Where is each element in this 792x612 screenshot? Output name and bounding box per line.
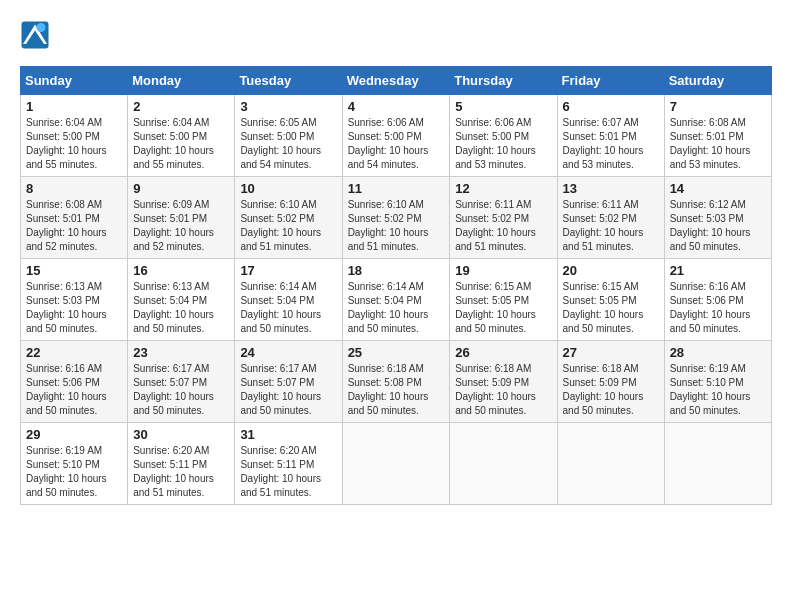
day-info: Sunrise: 6:06 AM Sunset: 5:00 PM Dayligh… <box>455 116 551 172</box>
day-info: Sunrise: 6:14 AM Sunset: 5:04 PM Dayligh… <box>348 280 445 336</box>
page-header <box>20 20 772 50</box>
day-info: Sunrise: 6:19 AM Sunset: 5:10 PM Dayligh… <box>26 444 122 500</box>
calendar-cell: 16 Sunrise: 6:13 AM Sunset: 5:04 PM Dayl… <box>128 259 235 341</box>
day-info: Sunrise: 6:20 AM Sunset: 5:11 PM Dayligh… <box>240 444 336 500</box>
calendar-cell: 25 Sunrise: 6:18 AM Sunset: 5:08 PM Dayl… <box>342 341 450 423</box>
day-info: Sunrise: 6:04 AM Sunset: 5:00 PM Dayligh… <box>26 116 122 172</box>
weekday-header: Tuesday <box>235 67 342 95</box>
logo <box>20 20 54 50</box>
calendar-cell: 2 Sunrise: 6:04 AM Sunset: 5:00 PM Dayli… <box>128 95 235 177</box>
day-info: Sunrise: 6:18 AM Sunset: 5:09 PM Dayligh… <box>455 362 551 418</box>
day-info: Sunrise: 6:19 AM Sunset: 5:10 PM Dayligh… <box>670 362 766 418</box>
day-number: 22 <box>26 345 122 360</box>
weekday-header: Wednesday <box>342 67 450 95</box>
day-number: 17 <box>240 263 336 278</box>
calendar-week-row: 8 Sunrise: 6:08 AM Sunset: 5:01 PM Dayli… <box>21 177 772 259</box>
day-info: Sunrise: 6:08 AM Sunset: 5:01 PM Dayligh… <box>26 198 122 254</box>
calendar-week-row: 1 Sunrise: 6:04 AM Sunset: 5:00 PM Dayli… <box>21 95 772 177</box>
day-info: Sunrise: 6:08 AM Sunset: 5:01 PM Dayligh… <box>670 116 766 172</box>
day-info: Sunrise: 6:07 AM Sunset: 5:01 PM Dayligh… <box>563 116 659 172</box>
day-info: Sunrise: 6:06 AM Sunset: 5:00 PM Dayligh… <box>348 116 445 172</box>
calendar-cell: 8 Sunrise: 6:08 AM Sunset: 5:01 PM Dayli… <box>21 177 128 259</box>
day-number: 15 <box>26 263 122 278</box>
day-info: Sunrise: 6:14 AM Sunset: 5:04 PM Dayligh… <box>240 280 336 336</box>
calendar-cell: 30 Sunrise: 6:20 AM Sunset: 5:11 PM Dayl… <box>128 423 235 505</box>
calendar-week-row: 22 Sunrise: 6:16 AM Sunset: 5:06 PM Dayl… <box>21 341 772 423</box>
day-number: 31 <box>240 427 336 442</box>
calendar-cell: 20 Sunrise: 6:15 AM Sunset: 5:05 PM Dayl… <box>557 259 664 341</box>
day-info: Sunrise: 6:15 AM Sunset: 5:05 PM Dayligh… <box>455 280 551 336</box>
calendar-cell: 23 Sunrise: 6:17 AM Sunset: 5:07 PM Dayl… <box>128 341 235 423</box>
day-info: Sunrise: 6:13 AM Sunset: 5:04 PM Dayligh… <box>133 280 229 336</box>
calendar-week-row: 29 Sunrise: 6:19 AM Sunset: 5:10 PM Dayl… <box>21 423 772 505</box>
day-info: Sunrise: 6:11 AM Sunset: 5:02 PM Dayligh… <box>455 198 551 254</box>
day-info: Sunrise: 6:11 AM Sunset: 5:02 PM Dayligh… <box>563 198 659 254</box>
calendar-cell: 29 Sunrise: 6:19 AM Sunset: 5:10 PM Dayl… <box>21 423 128 505</box>
day-number: 14 <box>670 181 766 196</box>
day-number: 3 <box>240 99 336 114</box>
day-number: 30 <box>133 427 229 442</box>
calendar-cell: 13 Sunrise: 6:11 AM Sunset: 5:02 PM Dayl… <box>557 177 664 259</box>
day-info: Sunrise: 6:10 AM Sunset: 5:02 PM Dayligh… <box>240 198 336 254</box>
day-number: 19 <box>455 263 551 278</box>
svg-point-3 <box>37 23 46 32</box>
day-info: Sunrise: 6:05 AM Sunset: 5:00 PM Dayligh… <box>240 116 336 172</box>
calendar-cell: 14 Sunrise: 6:12 AM Sunset: 5:03 PM Dayl… <box>664 177 771 259</box>
day-info: Sunrise: 6:13 AM Sunset: 5:03 PM Dayligh… <box>26 280 122 336</box>
day-number: 5 <box>455 99 551 114</box>
day-number: 7 <box>670 99 766 114</box>
calendar-cell: 6 Sunrise: 6:07 AM Sunset: 5:01 PM Dayli… <box>557 95 664 177</box>
day-info: Sunrise: 6:09 AM Sunset: 5:01 PM Dayligh… <box>133 198 229 254</box>
day-number: 1 <box>26 99 122 114</box>
calendar-cell: 7 Sunrise: 6:08 AM Sunset: 5:01 PM Dayli… <box>664 95 771 177</box>
day-info: Sunrise: 6:12 AM Sunset: 5:03 PM Dayligh… <box>670 198 766 254</box>
day-number: 11 <box>348 181 445 196</box>
weekday-header: Monday <box>128 67 235 95</box>
day-number: 18 <box>348 263 445 278</box>
calendar-cell: 10 Sunrise: 6:10 AM Sunset: 5:02 PM Dayl… <box>235 177 342 259</box>
calendar-cell: 27 Sunrise: 6:18 AM Sunset: 5:09 PM Dayl… <box>557 341 664 423</box>
day-number: 21 <box>670 263 766 278</box>
calendar-cell: 24 Sunrise: 6:17 AM Sunset: 5:07 PM Dayl… <box>235 341 342 423</box>
calendar-cell: 3 Sunrise: 6:05 AM Sunset: 5:00 PM Dayli… <box>235 95 342 177</box>
calendar-cell: 1 Sunrise: 6:04 AM Sunset: 5:00 PM Dayli… <box>21 95 128 177</box>
calendar-cell: 22 Sunrise: 6:16 AM Sunset: 5:06 PM Dayl… <box>21 341 128 423</box>
calendar-cell: 28 Sunrise: 6:19 AM Sunset: 5:10 PM Dayl… <box>664 341 771 423</box>
day-info: Sunrise: 6:18 AM Sunset: 5:08 PM Dayligh… <box>348 362 445 418</box>
day-number: 8 <box>26 181 122 196</box>
day-info: Sunrise: 6:15 AM Sunset: 5:05 PM Dayligh… <box>563 280 659 336</box>
day-number: 29 <box>26 427 122 442</box>
day-number: 24 <box>240 345 336 360</box>
day-info: Sunrise: 6:16 AM Sunset: 5:06 PM Dayligh… <box>26 362 122 418</box>
weekday-header: Thursday <box>450 67 557 95</box>
day-info: Sunrise: 6:20 AM Sunset: 5:11 PM Dayligh… <box>133 444 229 500</box>
weekday-header: Sunday <box>21 67 128 95</box>
calendar-cell: 26 Sunrise: 6:18 AM Sunset: 5:09 PM Dayl… <box>450 341 557 423</box>
day-number: 10 <box>240 181 336 196</box>
calendar-header-row: SundayMondayTuesdayWednesdayThursdayFrid… <box>21 67 772 95</box>
calendar-cell: 31 Sunrise: 6:20 AM Sunset: 5:11 PM Dayl… <box>235 423 342 505</box>
calendar-cell: 21 Sunrise: 6:16 AM Sunset: 5:06 PM Dayl… <box>664 259 771 341</box>
calendar-cell <box>664 423 771 505</box>
calendar-cell <box>557 423 664 505</box>
logo-icon <box>20 20 50 50</box>
day-number: 2 <box>133 99 229 114</box>
calendar-week-row: 15 Sunrise: 6:13 AM Sunset: 5:03 PM Dayl… <box>21 259 772 341</box>
calendar-cell: 12 Sunrise: 6:11 AM Sunset: 5:02 PM Dayl… <box>450 177 557 259</box>
calendar-cell: 4 Sunrise: 6:06 AM Sunset: 5:00 PM Dayli… <box>342 95 450 177</box>
calendar-cell: 19 Sunrise: 6:15 AM Sunset: 5:05 PM Dayl… <box>450 259 557 341</box>
day-number: 6 <box>563 99 659 114</box>
calendar-cell: 18 Sunrise: 6:14 AM Sunset: 5:04 PM Dayl… <box>342 259 450 341</box>
calendar-cell <box>450 423 557 505</box>
day-number: 4 <box>348 99 445 114</box>
day-info: Sunrise: 6:17 AM Sunset: 5:07 PM Dayligh… <box>133 362 229 418</box>
day-number: 9 <box>133 181 229 196</box>
day-number: 27 <box>563 345 659 360</box>
calendar-table: SundayMondayTuesdayWednesdayThursdayFrid… <box>20 66 772 505</box>
day-info: Sunrise: 6:04 AM Sunset: 5:00 PM Dayligh… <box>133 116 229 172</box>
day-number: 23 <box>133 345 229 360</box>
day-info: Sunrise: 6:18 AM Sunset: 5:09 PM Dayligh… <box>563 362 659 418</box>
calendar-cell: 11 Sunrise: 6:10 AM Sunset: 5:02 PM Dayl… <box>342 177 450 259</box>
calendar-cell: 9 Sunrise: 6:09 AM Sunset: 5:01 PM Dayli… <box>128 177 235 259</box>
day-number: 16 <box>133 263 229 278</box>
